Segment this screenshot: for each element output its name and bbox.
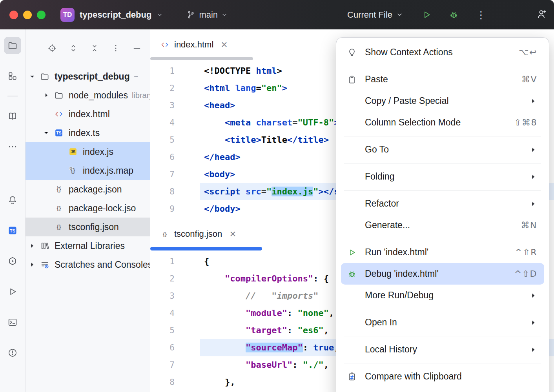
tree-item-index-js[interactable]: JSindex.js	[26, 142, 150, 161]
submenu-chevron-icon	[529, 319, 537, 327]
lib-icon	[40, 241, 49, 250]
menu-item-more-run-debug[interactable]: More Run/Debug	[341, 285, 544, 306]
run-configuration-label: Current File	[347, 10, 392, 20]
menu-item-folding[interactable]: Folding	[341, 166, 544, 187]
json-icon: {}	[54, 222, 64, 232]
folder-icon	[54, 91, 64, 100]
collapse-all-icon	[90, 44, 99, 53]
zoom-window-button[interactable]	[37, 11, 46, 19]
chevron-down-icon[interactable]	[40, 129, 53, 136]
more-icon	[7, 142, 18, 152]
menu-shortcut: ⌘V	[521, 74, 537, 84]
git-branch-widget[interactable]: main	[186, 10, 228, 20]
menu-item-refactor[interactable]: Refactor	[341, 193, 544, 214]
tool-button-services[interactable]	[4, 252, 21, 270]
editor-tab-tsconfig-json[interactable]: {} tsconfig.json ×	[150, 218, 246, 250]
tree-item-index-ts[interactable]: TSindex.ts	[26, 123, 150, 142]
debug-button[interactable]	[449, 10, 459, 20]
locate-button[interactable]	[47, 43, 57, 53]
editor-tab-index-html[interactable]: index.html ×	[150, 29, 238, 60]
tree-item-scratches-and-consoles[interactable]: Scratches and Consoles	[26, 255, 150, 274]
tree-item-label: index.js	[83, 147, 113, 157]
tree-item-package-json[interactable]: {}package.json	[26, 180, 150, 199]
tree-item-node-modules[interactable]: node_moduleslibrary root	[26, 86, 150, 105]
titlebar: TD typescript_debug main Current File	[0, 0, 554, 29]
kebab-button[interactable]	[111, 43, 121, 53]
scratches-icon	[40, 260, 49, 269]
hide-icon	[132, 44, 142, 53]
run-configuration-selector[interactable]: Current File	[347, 10, 403, 20]
menu-separator	[344, 66, 541, 66]
menu-item-label: Copy / Paste Special	[365, 96, 449, 106]
menu-item-local-history[interactable]: Local History	[341, 339, 544, 360]
tab-label: tsconfig.json	[174, 229, 222, 239]
json-file-icon: {}	[160, 230, 169, 238]
menu-item-label: Folding	[365, 171, 394, 182]
menu-item-generate[interactable]: Generate...⌘N	[341, 214, 544, 236]
close-tab-icon[interactable]: ×	[221, 39, 227, 50]
chevron-right-icon[interactable]	[40, 92, 53, 99]
menu-item-label: Debug 'index.html'	[365, 269, 439, 279]
tree-item-index-html[interactable]: index.html	[26, 105, 150, 123]
structure-icon	[7, 71, 18, 81]
tool-button-notifications[interactable]	[4, 191, 21, 209]
json-icon: {}	[54, 203, 64, 213]
chevron-down-icon[interactable]	[26, 73, 39, 80]
tool-button-more[interactable]	[4, 138, 21, 155]
close-window-button[interactable]	[9, 11, 18, 19]
tree-item-annotation: library root	[132, 91, 150, 100]
run-button[interactable]	[422, 10, 432, 20]
tool-button-structure[interactable]	[4, 67, 21, 85]
submenu-chevron-icon	[529, 173, 537, 181]
chevron-right-icon[interactable]	[26, 261, 39, 268]
json-dots-icon: {}	[54, 185, 64, 194]
menu-item-paste[interactable]: Paste⌘V	[341, 69, 544, 90]
tree-item-package-lock-jso[interactable]: {}package-lock.jso	[26, 199, 150, 218]
tool-button-ts-badge[interactable]: TS	[4, 222, 21, 239]
menu-item-column-selection-mode[interactable]: Column Selection Mode⇧⌘8	[341, 112, 544, 133]
problems-icon	[7, 348, 18, 358]
html-file-icon	[160, 40, 169, 49]
project-tree: typescript_debug~node_moduleslibrary roo…	[26, 67, 150, 274]
svg-text:{}: {}	[57, 205, 61, 211]
menu-separator	[344, 336, 541, 336]
tree-item-typescript-debug[interactable]: typescript_debug~	[26, 67, 150, 86]
menu-item-debug-index-html[interactable]: Debug 'index.html'^⇧D	[341, 263, 544, 285]
add-user-button[interactable]	[536, 9, 547, 21]
tree-item-index-js-map[interactable]: {}index.js.map	[26, 161, 150, 180]
menu-item-copy-paste-special[interactable]: Copy / Paste Special	[341, 90, 544, 112]
chevron-right-icon[interactable]	[26, 242, 39, 249]
menu-item-compare-with-clipboard[interactable]: Compare with Clipboard	[341, 366, 544, 387]
tool-button-bookmarks[interactable]	[4, 107, 21, 125]
minimize-window-button[interactable]	[23, 11, 32, 19]
tab-indicator-active	[150, 247, 262, 250]
tool-button-terminal[interactable]	[4, 314, 21, 331]
menu-item-show-context-actions[interactable]: Show Context Actions⌥↩	[341, 42, 544, 63]
services-icon	[7, 256, 18, 266]
tool-button-problems[interactable]	[4, 344, 21, 361]
chevron-down-icon	[396, 11, 403, 18]
project-widget[interactable]: TD typescript_debug	[60, 8, 163, 22]
project-name: typescript_debug	[80, 10, 151, 20]
line-number: 3	[150, 287, 200, 305]
bug-icon	[449, 10, 459, 20]
collapse-all-button[interactable]	[89, 43, 100, 53]
tree-item-external-libraries[interactable]: External Libraries	[26, 236, 150, 255]
submenu-chevron-icon	[529, 146, 537, 154]
tool-button-run-tool[interactable]	[4, 283, 21, 300]
hide-button[interactable]	[132, 43, 142, 53]
strip-divider	[7, 96, 18, 96]
expand-all-button[interactable]	[68, 43, 78, 53]
tool-button-folder-tool[interactable]	[4, 37, 21, 54]
menu-separator	[344, 163, 541, 163]
close-tab-icon[interactable]: ×	[230, 229, 236, 240]
context-menu: Show Context Actions⌥↩Paste⌘VCopy / Past…	[336, 37, 549, 392]
menu-item-run-index-html[interactable]: Run 'index.html'^⇧R	[341, 241, 544, 263]
menu-item-go-to[interactable]: Go To	[341, 139, 544, 160]
more-actions-button[interactable]: ⋮	[476, 10, 486, 20]
tree-item-label: index.ts	[69, 128, 100, 138]
menu-item-open-in[interactable]: Open In	[341, 312, 544, 333]
tree-item-tsconfig-json[interactable]: {}tsconfig.json	[26, 218, 150, 236]
svg-text:JS: JS	[71, 150, 76, 154]
window-controls	[9, 11, 46, 19]
